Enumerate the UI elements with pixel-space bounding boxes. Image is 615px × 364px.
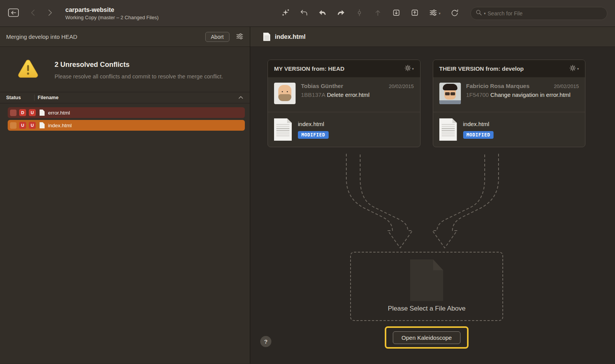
search-scope-chevron-icon[interactable]: ▾ (484, 12, 486, 15)
quick-actions-button[interactable] (281, 8, 290, 18)
undo-button[interactable] (300, 8, 308, 18)
status-badge: MODIFIED (463, 131, 494, 139)
avatar (439, 83, 461, 104)
toolbar: carparts-website Working Copy (master – … (0, 0, 615, 27)
merge-header: Merging develop into HEAD Abort (0, 27, 250, 47)
commit-hash: 1BB137A (301, 91, 325, 98)
help-button[interactable]: ? (260, 336, 271, 347)
their-version-file[interactable]: index.html MODIFIED (433, 112, 585, 147)
status-badge-unmerged: U (29, 109, 36, 116)
their-version-commit: Fabricio Rosa Marques 20/02/2015 1F54700… (433, 77, 585, 112)
file-table-header: Status Filename (0, 92, 250, 103)
status-badge-unmerged: U (29, 122, 36, 129)
pull-button[interactable] (318, 8, 327, 18)
version-cards: MY VERSION from: HEAD ▾ (250, 47, 615, 147)
tower-window: carparts-website Working Copy (master – … (0, 0, 615, 364)
sort-toggle-button[interactable] (238, 95, 250, 101)
conflicts-warning: 2 Unresolved Conflicts Please resolve al… (0, 47, 250, 92)
commit-info: Tobias Günther 20/02/2015 1BB137ADelete … (301, 83, 414, 106)
search-magnifier-icon (475, 9, 482, 17)
detail-header: index.html (250, 27, 615, 47)
commit-author: Fabricio Rosa Marques (466, 83, 530, 89)
their-version-title: THEIR VERSION from: develop (439, 65, 570, 72)
column-filename: Filename (35, 95, 238, 100)
status-badge-unmerged: U (19, 122, 26, 129)
file-meta: index.html MODIFIED (463, 118, 494, 139)
their-version-options-button[interactable]: ▾ (570, 65, 579, 72)
detail-content: MY VERSION from: HEAD ▾ (250, 47, 615, 364)
file-meta: index.html MODIFIED (298, 118, 329, 139)
view-options-sliders-icon (429, 8, 437, 18)
right-merge-arrow (432, 154, 499, 248)
repo-name: carparts-website (65, 7, 159, 13)
merge-dropzone: Please Select a File Above (350, 252, 503, 321)
conflicts-warning-text: 2 Unresolved Conflicts Please resolve al… (55, 59, 223, 81)
commit-message: Delete error.html (327, 91, 369, 98)
my-version-commit: Tobias Günther 20/02/2015 1BB137ADelete … (268, 77, 420, 112)
sort-chevron-up-icon (238, 95, 244, 101)
main-area: Merging develop into HEAD Abort (0, 27, 615, 364)
commit-message: Change navigation in error.html (490, 91, 570, 98)
chevron-down-icon: ▾ (577, 67, 579, 71)
toolbar-actions: ▾ (281, 8, 459, 18)
file-row-error[interactable]: D U error.html (8, 107, 245, 118)
file-row-name: error.html (48, 110, 70, 116)
repo-switcher-icon (8, 8, 19, 19)
search-input[interactable] (488, 10, 602, 17)
abort-button[interactable]: Abort (205, 32, 229, 42)
repo-info: carparts-website Working Copy (master – … (65, 7, 159, 20)
stash-save-button[interactable] (392, 8, 401, 18)
conflict-file-list: D U error.html U U index.html (0, 103, 250, 131)
refresh-button[interactable] (450, 8, 459, 18)
my-version-file[interactable]: index.html MODIFIED (268, 112, 420, 147)
commit-date: 20/02/2015 (554, 83, 579, 89)
push-arrow-icon (337, 8, 345, 18)
commit-icon (355, 8, 364, 18)
status-color-chip (10, 122, 17, 129)
file-name: index.html (298, 121, 329, 127)
detail-file-title: index.html (275, 33, 306, 40)
stash-save-icon (392, 8, 401, 18)
warning-triangle-icon (17, 59, 39, 81)
my-version-header: MY VERSION from: HEAD ▾ (268, 60, 420, 77)
stash-apply-button[interactable] (411, 8, 419, 18)
document-icon (40, 110, 45, 116)
forward-button[interactable] (45, 8, 55, 18)
file-row-index[interactable]: U U index.html (8, 120, 245, 131)
commit-button[interactable] (355, 8, 364, 18)
search-field: ▾ (470, 7, 607, 20)
push-button[interactable] (337, 8, 345, 18)
merge-sidebar: Merging develop into HEAD Abort (0, 27, 250, 364)
column-status: Status (0, 95, 34, 100)
open-kaleidoscope-button[interactable]: Open Kaleidoscope (393, 331, 461, 344)
push-up-icon (374, 8, 382, 18)
commit-hash: 1F54700 (466, 91, 489, 98)
my-version-options-button[interactable]: ▾ (405, 65, 414, 72)
dropzone-text: Please Select a File Above (351, 305, 502, 312)
repo-switcher-button[interactable] (8, 8, 19, 19)
quick-actions-wand-icon (281, 8, 290, 18)
view-options-button[interactable]: ▾ (429, 8, 440, 18)
my-version-title: MY VERSION from: HEAD (274, 65, 405, 72)
gear-icon (405, 65, 411, 72)
chevron-down-icon: ▾ (412, 67, 414, 71)
left-merge-arrow (346, 154, 412, 248)
ghost-document-icon (410, 259, 443, 301)
filter-sliders-icon (236, 32, 244, 42)
conflicts-message: Please resolve all conflicts and commit … (55, 73, 223, 81)
refresh-icon (450, 8, 459, 18)
file-thumbnail (274, 118, 292, 141)
their-version-header: THEIR VERSION from: develop ▾ (433, 60, 585, 77)
commit-author: Tobias Günther (301, 83, 343, 89)
file-row-name: index.html (48, 123, 72, 128)
repo-subtitle: Working Copy (master – 2 Changed Files) (65, 15, 159, 20)
gear-icon (570, 65, 576, 72)
push-up-button[interactable] (374, 8, 382, 18)
filter-options-button[interactable] (236, 32, 244, 42)
status-color-chip (10, 110, 17, 116)
stash-apply-icon (411, 8, 419, 18)
conflicts-title: 2 Unresolved Conflicts (55, 61, 223, 69)
forward-chevron-icon (45, 8, 55, 18)
undo-icon (300, 8, 308, 18)
back-button[interactable] (28, 8, 38, 18)
